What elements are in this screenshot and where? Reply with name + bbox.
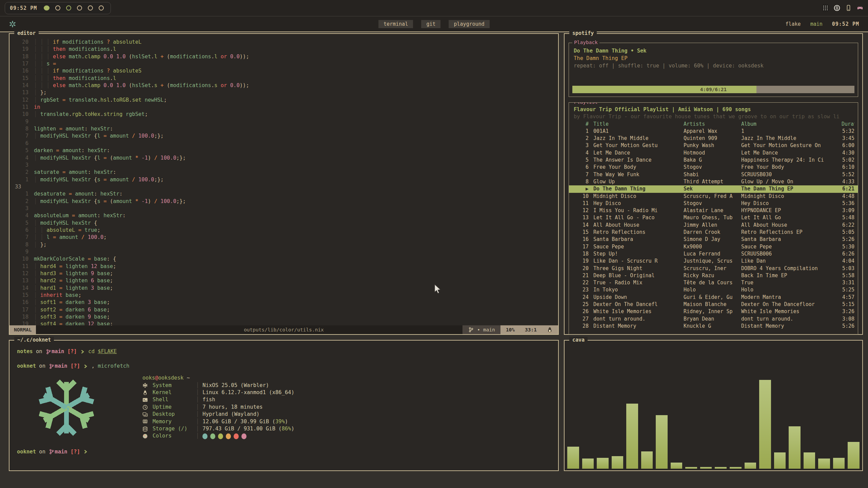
line-number: 17: [15, 306, 34, 313]
playlist-row[interactable]: 1001A1Apparel Wax15:32: [569, 128, 858, 135]
color-swatch: [210, 433, 215, 439]
tag-playground[interactable]: playground: [449, 20, 490, 28]
playlist-row[interactable]: 2Jazz In The MiddleQuinten 909Jazz In Th…: [569, 135, 858, 142]
playlist-row[interactable]: 16Santa BarbaraSimone D JaySanta Barbara…: [569, 236, 858, 243]
code-line: 19│ │ │ then modifications.l: [9, 46, 558, 53]
color-swatch: [241, 433, 246, 439]
code-line: 18│ │ │ else math.clamp 0.0 1.0 (hslSet.…: [9, 53, 558, 60]
window-title-spotify: spotify: [569, 30, 597, 36]
prompt-chevron-icon: [84, 449, 87, 454]
playlist-row[interactable]: 23In TokyoHoloHolo5:25: [569, 286, 858, 293]
playlist-title: Flavour Trip Official Playlist | Amii Wa…: [569, 106, 858, 113]
tag-git[interactable]: git: [421, 20, 440, 28]
window-title-cava: cava: [569, 337, 588, 343]
cava-bar: [745, 463, 756, 469]
tray-icon-app-grid[interactable]: [822, 5, 829, 11]
workspace-switcher: [44, 5, 104, 11]
playlist-row[interactable]: 22True - Radio MixTête de la CoursTrue3:…: [569, 279, 858, 286]
line-number: 9: [15, 248, 34, 256]
tray-icon-phone[interactable]: [845, 5, 852, 11]
cursor-position: 33:1: [525, 327, 537, 332]
git-branch-icon: [469, 327, 473, 332]
line-number: 12: [15, 97, 34, 104]
playlist-row[interactable]: 18Step Up!Luca FerrandSCRUUSB0066:26: [569, 250, 858, 258]
cava-bar: [567, 447, 579, 469]
code-line: 4│ modifyHSL hexStr {l = (amount * -1) /…: [9, 155, 558, 162]
mouse-cursor: [434, 284, 441, 294]
progress-bar[interactable]: 4:09/6:21: [572, 86, 854, 93]
playlist-row[interactable]: 10Midnight DiscoScruscru, Fred AMidnight…: [569, 193, 858, 200]
line-number: 19: [15, 46, 34, 53]
playlist-row[interactable]: 14All About HouseJimmy AllenAll About Ho…: [569, 222, 858, 229]
playlist-row[interactable]: 28Distant MemoryKnuckle GDistant Memory5…: [569, 323, 858, 330]
editor-statusline: NORMAL outputs/lib/color/utils.nix • mai…: [9, 325, 558, 334]
line-number: 13: [15, 89, 34, 96]
playlist-row[interactable]: 12I Miss You - Radio MiAlastair LaneHYPN…: [569, 207, 858, 214]
playlist-row[interactable]: 5The Answer Is DanceBaka GHappiness Ther…: [569, 157, 858, 164]
line-number: 3: [15, 205, 34, 212]
playlist-row[interactable]: 4Let Me DanceHotmoodLet Me Dance4:30: [569, 149, 858, 157]
playlist-row[interactable]: 19Like Dan - Scruscru RJustnique, ScrusL…: [569, 258, 858, 265]
playlist-row[interactable]: 6Free Your BodyStogovFree Your Body6:10: [569, 164, 858, 171]
playlist-table: #TitleArtistsAlbumDurat1001A1Apparel Wax…: [569, 121, 858, 330]
code-line: 2│ modifyHSL hexStr {s = (amount * -1) /…: [9, 198, 558, 205]
nix-snowflake-icon[interactable]: [9, 20, 16, 28]
playlist-row[interactable]: 15Retro ReflectionsDarren CrookRetro Ref…: [569, 229, 858, 236]
code-line: 1│ modifyHSL hexStr {s = amount / 100.0;…: [9, 176, 558, 183]
code-line: 13│ };: [9, 89, 558, 96]
code-line: 6│ │ absoluteL = true;: [9, 227, 558, 234]
code-line: 8│ };: [9, 241, 558, 248]
tray-icon-controller[interactable]: [857, 5, 863, 11]
cava-bar: [833, 458, 845, 469]
playlist-row[interactable]: 21Deep Blue - OriginalRicky RazuBack In …: [569, 272, 858, 279]
playlist-row[interactable]: 13Let It All Go - PacoMauro Ghess, TubLe…: [569, 214, 858, 221]
code-line: 19│ soft4 = darken 12 base;: [9, 321, 558, 325]
code-line: 4absoluteLum = amount: hexStr:: [9, 212, 558, 219]
now-playing-track: Do The Damn Thing • Sek: [574, 47, 853, 55]
playlist-row[interactable]: 27dont turn around.Bryan Deandont turn a…: [569, 316, 858, 323]
line-number: 1: [15, 176, 34, 183]
line-number: 13: [15, 277, 34, 284]
workspace-5[interactable]: [88, 5, 93, 11]
spotify-window: spotify Playback Do The Damn Thing • Sek…: [564, 33, 863, 335]
workspace-2[interactable]: [55, 5, 60, 11]
playlist-row[interactable]: 25Dexter On The DanceflMaison BlancheDex…: [569, 301, 858, 308]
playlist-row[interactable]: ▶Do The Damn ThingSekThe Damn Thing EP6:…: [569, 185, 858, 192]
terminal-content[interactable]: notes on main [?] cd $FLAKE ooknet on ma…: [9, 341, 558, 455]
playlist-row[interactable]: 7The Way We FunkShabiSCRUUSB0305:52: [569, 171, 858, 178]
playlist-row[interactable]: 26White Isle MemoriesRidney, Inner SpWhi…: [569, 308, 858, 315]
shell-icon: [142, 397, 149, 403]
line-number: 11: [15, 263, 34, 270]
code-line: 12│ hard3 = lighten 9 base;: [9, 270, 558, 277]
line-number: 14: [15, 285, 34, 292]
tag-terminal[interactable]: terminal: [378, 20, 413, 28]
code-line: 16│ │ │ if modifications ? absoluteS: [9, 67, 558, 75]
workspace-1[interactable]: [44, 5, 50, 11]
clock-icon: [142, 405, 149, 410]
cava-bar: [789, 426, 801, 469]
workspace-4[interactable]: [77, 5, 82, 11]
code-line: 2saturate = amount: hexStr:: [9, 169, 558, 176]
fetch-entry: Colors│: [142, 432, 294, 440]
workspace-6[interactable]: [99, 5, 104, 11]
tray-icon-one-password[interactable]: [834, 5, 840, 11]
playlist-row[interactable]: 3Get Your Motion GestuPunky WashGet Your…: [569, 142, 858, 149]
code-area[interactable]: 20│ │ │ if modifications ? absoluteL19│ …: [9, 34, 558, 325]
line-number: 5: [15, 147, 34, 154]
playlist-row[interactable]: 11Hey DiscoStogovHey Disco5:36: [569, 200, 858, 207]
line-number: 7: [15, 133, 34, 140]
penguin-icon: [142, 390, 149, 395]
workspace-3[interactable]: [66, 5, 71, 11]
cava-bar: [730, 467, 742, 469]
playlist-row[interactable]: 20Three Gigs NightScruscru, InerDOBRO 4 …: [569, 265, 858, 272]
playback-status: repeat: off | shuffle: true | volume: 60…: [574, 62, 853, 69]
playlist-row[interactable]: 17Sauce PepeKx9000Sauce Pepe5:30: [569, 243, 858, 250]
window-title-terminal: ~/.c/ooknet: [14, 337, 54, 343]
line-number: 15: [15, 75, 34, 82]
prompt-line: ooknet on main [?]: [17, 448, 551, 455]
code-line: 11│ hard4 = lighten 12 base;: [9, 263, 558, 270]
playlist-row[interactable]: 8Glow UpThird AttemptGlow Up / Move On4:…: [569, 178, 858, 185]
code-line: 3: [9, 205, 558, 212]
fetch-entry: Kernel│Linux 6.12.7-xanmod1 (x86_64): [142, 389, 294, 396]
playlist-row[interactable]: 24Upside DownGuri & Eider, GuModern Mant…: [569, 294, 858, 301]
